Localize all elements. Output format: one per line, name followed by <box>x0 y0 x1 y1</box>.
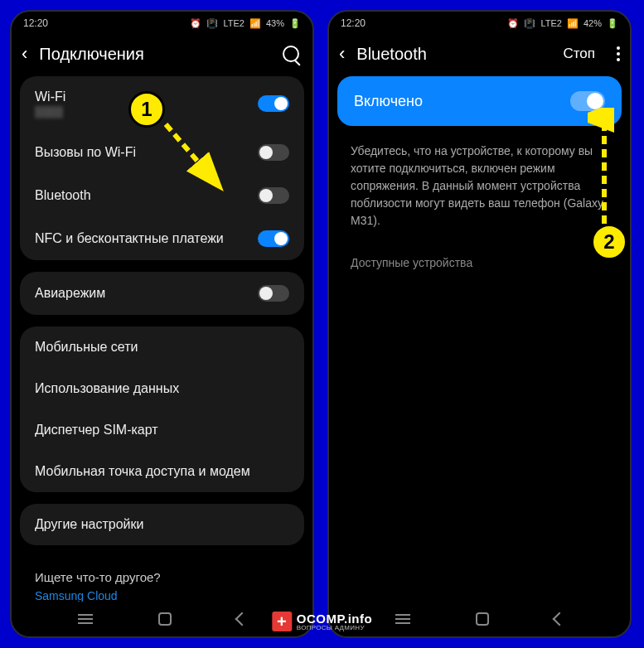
annotation-arrow-1 <box>157 116 232 199</box>
status-bar: 12:20 ⏰ 📳 LTE2 📶 42% 🔋 <box>329 12 630 35</box>
annotation-badge-2: 2 <box>591 224 627 260</box>
footer-question: Ищете что-то другое? <box>20 557 304 588</box>
row-hotspot[interactable]: Мобильная точка доступа и модем <box>20 451 304 492</box>
wifi-toggle[interactable] <box>258 95 289 112</box>
bt-enabled-label: Включено <box>354 93 423 110</box>
network-icon: LTE2 <box>223 18 244 28</box>
hotspot-label: Мобильная точка доступа и модем <box>35 464 250 479</box>
navbar <box>329 602 630 636</box>
row-mobile[interactable]: Мобильные сети <box>20 326 304 368</box>
data-label: Использование данных <box>35 381 179 396</box>
watermark: + OCOMP.info ВОПРОСЫ АДМИНУ <box>272 612 372 631</box>
annotation-arrow-2 <box>588 108 621 232</box>
airplane-label: Авиарежим <box>35 286 105 301</box>
row-other[interactable]: Другие настройки <box>20 504 304 545</box>
wifi-sub: ████ <box>35 106 65 118</box>
back-icon[interactable]: ‹ <box>22 43 27 65</box>
svg-line-1 <box>166 124 217 184</box>
alarm-icon: ⏰ <box>190 18 201 29</box>
page-title: Bluetooth <box>356 45 551 64</box>
row-airplane[interactable]: Авиарежим <box>20 272 304 315</box>
vibrate-icon: 📳 <box>524 18 535 29</box>
nfc-toggle[interactable] <box>258 230 289 247</box>
other-label: Другие настройки <box>35 517 143 532</box>
watermark-main: OCOMP.info <box>297 612 372 625</box>
status-indicators: ⏰ 📳 LTE2 📶 43% 🔋 <box>188 18 301 29</box>
row-nfc[interactable]: NFC и бесконтактные платежи <box>20 217 304 260</box>
group-network: Мобильные сети Использование данных Дисп… <box>20 326 304 492</box>
bt-description: Убедитесь, что на устройстве, к которому… <box>337 139 622 249</box>
signal-icon: 📶 <box>567 18 579 29</box>
header: ‹ Bluetooth Стоп <box>329 35 630 76</box>
status-time: 12:20 <box>341 17 366 29</box>
bluetooth-toggle[interactable] <box>258 187 289 204</box>
group-other: Другие настройки <box>20 504 304 545</box>
stop-button[interactable]: Стоп <box>563 46 595 62</box>
bluetooth-label: Bluetooth <box>35 188 91 203</box>
wifi-label: Wi-Fi <box>35 89 65 104</box>
status-bar: 12:20 ⏰ 📳 LTE2 📶 43% 🔋 <box>12 12 312 35</box>
row-data[interactable]: Использование данных <box>20 368 304 409</box>
back-icon[interactable]: ‹ <box>339 43 345 65</box>
signal-icon: 📶 <box>249 18 261 29</box>
bt-section-available: Доступные устройства <box>337 249 622 276</box>
vibrate-icon: 📳 <box>206 18 218 29</box>
bt-enabled-row[interactable]: Включено <box>337 76 622 126</box>
wifi-call-toggle[interactable] <box>258 144 289 161</box>
row-sim[interactable]: Диспетчер SIM-карт <box>20 409 304 451</box>
battery-text: 43% <box>266 18 284 28</box>
header: ‹ Подключения <box>12 35 312 76</box>
status-time: 12:20 <box>23 17 48 29</box>
navbar <box>12 602 312 636</box>
battery-text: 42% <box>583 18 602 28</box>
nav-recent-icon[interactable] <box>395 618 410 620</box>
status-indicators: ⏰ 📳 LTE2 📶 42% 🔋 <box>506 18 618 29</box>
nav-recent-icon[interactable] <box>78 618 93 620</box>
battery-icon: 🔋 <box>289 18 301 29</box>
phone-right: 12:20 ⏰ 📳 LTE2 📶 42% 🔋 ‹ Bluetooth Стоп … <box>327 10 632 638</box>
battery-icon: 🔋 <box>607 18 618 29</box>
nfc-label: NFC и бесконтактные платежи <box>35 231 224 246</box>
group-airplane: Авиарежим <box>20 272 304 315</box>
watermark-icon: + <box>272 612 292 631</box>
sim-label: Диспетчер SIM-карт <box>35 423 158 438</box>
airplane-toggle[interactable] <box>258 285 289 302</box>
wifi-call-label: Вызовы по Wi-Fi <box>35 145 136 160</box>
bt-content: Включено Убедитесь, что на устройстве, к… <box>329 76 630 602</box>
nav-home-icon[interactable] <box>158 612 172 626</box>
search-icon[interactable] <box>283 46 299 62</box>
watermark-sub: ВОПРОСЫ АДМИНУ <box>297 625 372 631</box>
nav-back-icon[interactable] <box>235 612 249 626</box>
nav-back-icon[interactable] <box>552 612 566 626</box>
nav-home-icon[interactable] <box>476 612 489 626</box>
annotation-badge-1: 1 <box>128 91 165 128</box>
more-icon[interactable] <box>617 46 620 61</box>
mobile-label: Мобильные сети <box>35 340 138 355</box>
page-title: Подключения <box>39 45 271 64</box>
network-icon: LTE2 <box>540 18 561 28</box>
alarm-icon: ⏰ <box>507 18 519 29</box>
footer-link[interactable]: Samsung Cloud <box>20 588 304 602</box>
